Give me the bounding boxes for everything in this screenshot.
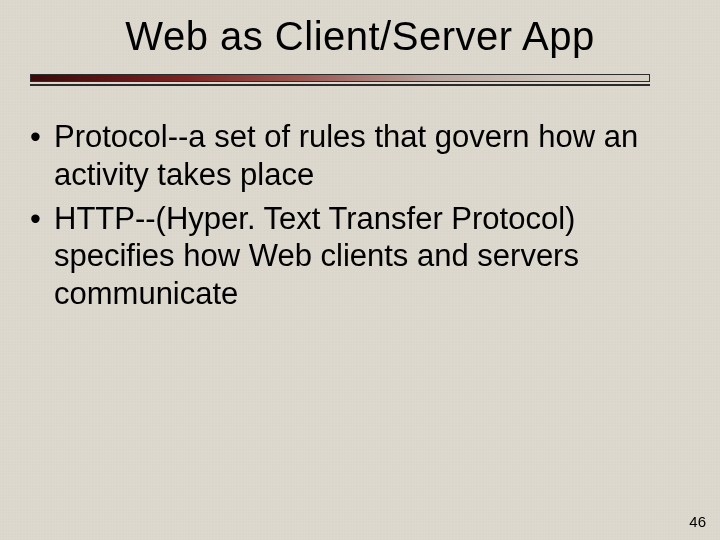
title-underline-line bbox=[30, 84, 650, 86]
slide-title: Web as Client/Server App bbox=[0, 14, 720, 59]
list-item: HTTP--(Hyper. Text Transfer Protocol) sp… bbox=[24, 200, 690, 313]
title-underline-gradient bbox=[30, 74, 650, 82]
list-item: Protocol--a set of rules that govern how… bbox=[24, 118, 690, 194]
title-underline bbox=[30, 74, 650, 86]
slide: Web as Client/Server App Protocol--a set… bbox=[0, 0, 720, 540]
slide-body: Protocol--a set of rules that govern how… bbox=[24, 118, 690, 319]
page-number: 46 bbox=[689, 513, 706, 530]
bullet-list: Protocol--a set of rules that govern how… bbox=[24, 118, 690, 313]
